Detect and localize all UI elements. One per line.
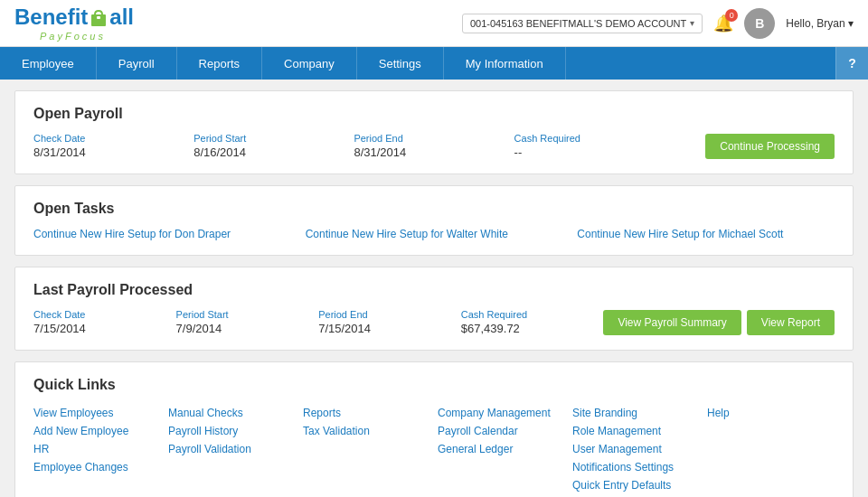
open-payroll-action: Continue Processing: [675, 134, 835, 159]
period-end-value: 8/31/2014: [354, 145, 514, 159]
nav-help-button[interactable]: ?: [835, 47, 868, 80]
open-payroll-check-date: Check Date 8/31/2014: [33, 133, 193, 159]
quick-links-col-3: Reports Tax Validation: [303, 404, 430, 494]
last-payroll-row: Check Date 7/15/2014 Period Start 7/9/20…: [33, 309, 835, 335]
link-general-ledger[interactable]: General Ledger: [438, 440, 565, 458]
user-caret-icon: ▾: [848, 17, 854, 30]
nav-item-employee[interactable]: Employee: [0, 47, 97, 80]
last-cash-required: Cash Required $67,439.72: [461, 309, 604, 335]
task-michael-scott[interactable]: Continue New Hire Setup for Michael Scot…: [577, 228, 835, 240]
nav-item-reports[interactable]: Reports: [177, 47, 263, 80]
quick-links-col-4: Company Management Payroll Calendar Gene…: [438, 404, 565, 494]
check-date-value: 8/31/2014: [33, 145, 193, 159]
link-help[interactable]: Help: [707, 404, 835, 422]
period-start-label: Period Start: [193, 133, 354, 144]
open-payroll-title: Open Payroll: [33, 106, 835, 122]
check-date-label: Check Date: [33, 133, 193, 144]
open-payroll-period-start: Period Start 8/16/2014: [193, 133, 354, 159]
svg-rect-1: [97, 16, 100, 19]
open-payroll-cash-required: Cash Required --: [514, 133, 675, 159]
logo-mall-icon: [89, 7, 108, 27]
quick-links-col-6: Help: [707, 404, 835, 494]
account-selector[interactable]: 001-045163 BENEFITMALL'S DEMO ACCOUNT ▾: [462, 14, 703, 33]
period-start-value: 8/16/2014: [193, 145, 354, 159]
link-payroll-history[interactable]: Payroll History: [168, 422, 296, 440]
quick-links-card: Quick Links View Employees Add New Emplo…: [14, 361, 854, 497]
last-payroll-title: Last Payroll Processed: [33, 282, 835, 298]
open-tasks-title: Open Tasks: [33, 201, 835, 217]
avatar: B: [744, 8, 775, 39]
link-notifications-settings[interactable]: Notifications Settings: [572, 458, 700, 476]
account-dropdown-arrow: ▾: [690, 18, 694, 28]
account-label: 001-045163 BENEFITMALL'S DEMO ACCOUNT: [470, 18, 686, 29]
last-check-date-value: 7/15/2014: [33, 322, 176, 335]
link-site-branding[interactable]: Site Branding: [572, 404, 700, 422]
link-role-management[interactable]: Role Management: [572, 422, 700, 440]
open-payroll-period-end: Period End 8/31/2014: [354, 133, 514, 159]
notification-bell[interactable]: 🔔 0: [713, 14, 733, 33]
last-cash-required-label: Cash Required: [461, 309, 604, 320]
header: Benefit all PayFocus 001-045163 BENEFITM…: [0, 0, 868, 47]
logo: Benefit all PayFocus: [14, 5, 134, 42]
link-add-new-employee[interactable]: Add New Employee: [33, 422, 161, 440]
link-hr[interactable]: HR: [33, 440, 161, 458]
logo-text: Benefit all: [14, 5, 134, 30]
link-company-management[interactable]: Company Management: [438, 404, 565, 422]
view-report-button[interactable]: View Report: [747, 310, 835, 335]
last-period-end: Period End 7/15/2014: [318, 309, 461, 335]
link-quick-entry-defaults[interactable]: Quick Entry Defaults: [572, 476, 700, 494]
last-payroll-card: Last Payroll Processed Check Date 7/15/2…: [14, 267, 854, 351]
link-manual-checks[interactable]: Manual Checks: [168, 404, 296, 422]
nav-item-payroll[interactable]: Payroll: [97, 47, 177, 80]
quick-links-grid: View Employees Add New Employee HR Emplo…: [33, 404, 835, 494]
open-payroll-row: Check Date 8/31/2014 Period Start 8/16/2…: [33, 133, 835, 159]
link-employee-changes[interactable]: Employee Changes: [33, 458, 161, 476]
cash-required-label: Cash Required: [514, 133, 675, 144]
header-right: 001-045163 BENEFITMALL'S DEMO ACCOUNT ▾ …: [462, 8, 854, 39]
quick-links-title: Quick Links: [33, 377, 835, 393]
nav-item-my-information[interactable]: My Information: [444, 47, 566, 80]
continue-processing-button[interactable]: Continue Processing: [705, 134, 835, 159]
nav-item-settings[interactable]: Settings: [357, 47, 444, 80]
task-walter-white[interactable]: Continue New Hire Setup for Walter White: [306, 228, 563, 240]
link-reports[interactable]: Reports: [303, 404, 430, 422]
last-cash-required-value: $67,439.72: [461, 322, 604, 335]
link-view-employees[interactable]: View Employees: [33, 404, 161, 422]
last-period-start-value: 7/9/2014: [176, 322, 319, 335]
link-tax-validation[interactable]: Tax Validation: [303, 422, 430, 440]
open-tasks-card: Open Tasks Continue New Hire Setup for D…: [14, 185, 854, 256]
last-check-date-label: Check Date: [33, 309, 176, 320]
quick-links-col-5: Site Branding Role Management User Manag…: [572, 404, 700, 494]
open-tasks-row: Continue New Hire Setup for Don Draper C…: [33, 228, 835, 240]
link-payroll-validation[interactable]: Payroll Validation: [168, 440, 296, 458]
task-don-draper[interactable]: Continue New Hire Setup for Don Draper: [33, 228, 291, 240]
last-check-date: Check Date 7/15/2014: [33, 309, 176, 335]
logo-all: all: [109, 5, 134, 30]
cash-required-value: --: [514, 145, 675, 159]
last-period-end-label: Period End: [318, 309, 461, 320]
nav-item-company[interactable]: Company: [262, 47, 357, 80]
quick-links-col-1: View Employees Add New Employee HR Emplo…: [33, 404, 161, 494]
main-content: Open Payroll Check Date 8/31/2014 Period…: [0, 80, 868, 497]
notification-badge: 0: [725, 9, 738, 22]
period-end-label: Period End: [354, 133, 514, 144]
last-period-start: Period Start 7/9/2014: [176, 309, 319, 335]
logo-payfocus: PayFocus: [40, 31, 106, 42]
last-payroll-actions: View Payroll Summary View Report: [603, 310, 835, 335]
last-period-start-label: Period Start: [176, 309, 319, 320]
svg-rect-0: [91, 14, 106, 26]
quick-links-col-2: Manual Checks Payroll History Payroll Va…: [168, 404, 296, 494]
link-payroll-calendar[interactable]: Payroll Calendar: [438, 422, 565, 440]
user-greeting[interactable]: Hello, Bryan ▾: [786, 17, 854, 30]
view-payroll-summary-button[interactable]: View Payroll Summary: [603, 310, 741, 335]
link-user-management[interactable]: User Management: [572, 440, 700, 458]
nav-bar: Employee Payroll Reports Company Setting…: [0, 47, 868, 80]
open-payroll-card: Open Payroll Check Date 8/31/2014 Period…: [14, 90, 854, 174]
last-period-end-value: 7/15/2014: [318, 322, 461, 335]
logo-benefit: Benefit: [14, 5, 88, 30]
